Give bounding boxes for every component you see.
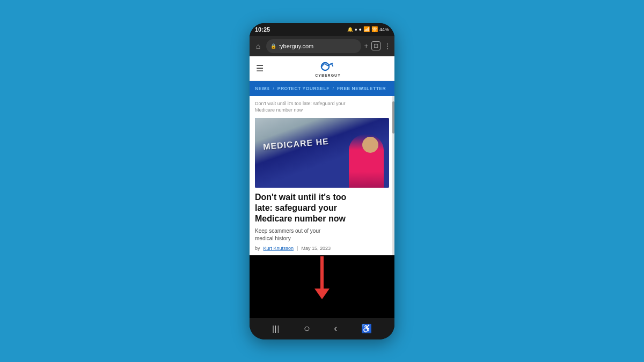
bottom-nav-bar: ||| ○ ‹ ♿ [250,318,394,339]
browser-url-box[interactable]: 🔒 :yberguy.com [266,39,361,53]
article-title: Don't wait until it's too late: safeguar… [255,192,389,224]
article-image: MEDICARE HE [255,118,389,188]
nav-newsletter[interactable]: FREE NEWSLETTER [337,86,386,91]
site-header: ☰ CYBERGUY [250,56,394,81]
article-description: Keep scammers out of your medical histor… [255,227,389,242]
dot-icon: ● [359,27,362,32]
author-prefix: by [255,246,260,251]
nav-sep-1: / [273,86,274,91]
phone-frame: 10:25 🔔 ♦ ● 📶 🛜 44% ⌂ 🔒 :yberguy.com + ⊡… [250,23,394,339]
hamburger-menu-icon[interactable]: ☰ [256,63,264,73]
battery-icon: 44% [379,27,389,32]
scrollbar[interactable] [392,96,394,255]
lock-icon: 🔒 [270,43,276,49]
phone-screen: 10:25 🔔 ♦ ● 📶 🛜 44% ⌂ 🔒 :yberguy.com + ⊡… [250,23,394,339]
person-head [362,137,378,153]
browser-content: ☰ CYBERGUY NEWS / PROTECT YOURSELF / FRE… [250,56,394,318]
new-tab-icon[interactable]: + [364,42,368,50]
accessibility-icon[interactable]: ♿ [361,323,372,334]
signal-icon: 📶 [363,26,370,32]
article-area: Don't wait until it's too late: safeguar… [250,96,394,255]
article-subtitle-preview: Don't wait until it's too late: safeguar… [255,100,389,114]
article-meta: by Kurt Knutsson | May 15, 2023 [255,246,389,251]
red-arrow [314,256,330,299]
notification-icon: 🔔 [347,27,353,32]
status-bar: 10:25 🔔 ♦ ● 📶 🛜 44% [250,23,394,36]
article-scroll-area[interactable]: Don't wait until it's too late: safeguar… [250,96,394,318]
more-options-icon[interactable]: ⋮ [384,42,391,50]
url-text: :yberguy.com [279,43,313,49]
nav-news[interactable]: NEWS [255,86,270,91]
status-time: 10:25 [255,26,270,33]
arrow-shaft [320,256,324,289]
browser-bar: ⌂ 🔒 :yberguy.com + ⊡ ⋮ [250,36,394,56]
logo-text: CYBERGUY [315,73,341,77]
cyberguy-logo [318,60,338,73]
recent-apps-icon[interactable]: ||| [272,324,280,333]
diamond-icon: ♦ [355,27,357,32]
arrow-head [314,289,330,299]
article-main: Don't wait until it's too late: safeguar… [250,96,394,255]
nav-sep-2: / [333,86,334,91]
home-button-icon[interactable]: ○ [304,322,310,335]
back-button-icon[interactable]: ‹ [334,323,337,334]
nav-bar: NEWS / PROTECT YOURSELF / FREE NEWSLETTE… [250,81,394,96]
wifi-icon: 🛜 [371,26,378,32]
author-link[interactable]: Kurt Knutsson [264,246,294,251]
article-date: May 15, 2023 [301,246,331,251]
tab-switcher-icon[interactable]: ⊡ [371,41,380,50]
nav-protect[interactable]: PROTECT YOURSELF [277,86,330,91]
browser-actions: + ⊡ ⋮ [364,41,391,50]
logo-container: CYBERGUY [268,60,388,77]
scrollbar-thumb[interactable] [392,101,394,134]
browser-home-icon[interactable]: ⌂ [253,42,264,50]
status-icons: 🔔 ♦ ● 📶 🛜 44% [347,26,389,32]
meta-separator: | [297,246,298,251]
